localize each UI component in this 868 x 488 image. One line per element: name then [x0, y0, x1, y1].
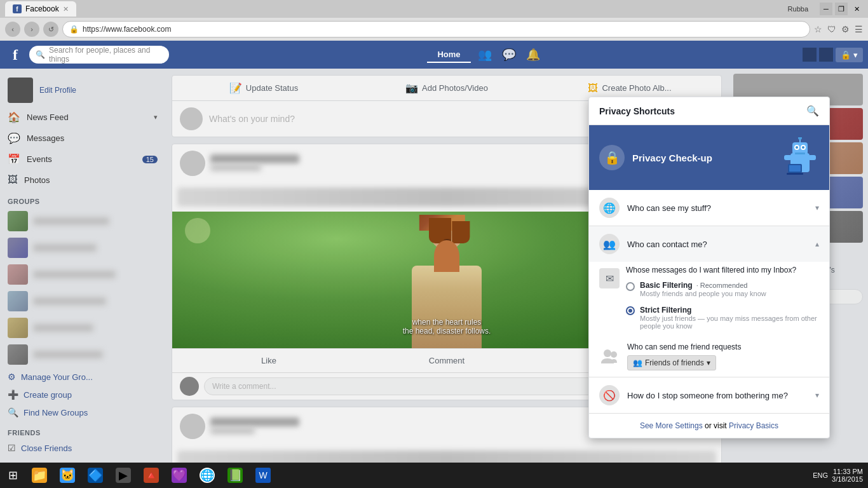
basic-filter-option[interactable]: Basic Filtering · Recommended Mostly fri…: [626, 278, 819, 300]
minimize-button[interactable]: ─: [820, 3, 832, 15]
nav-icon-group: 👥 💬 🔔: [473, 43, 545, 66]
taskbar-app5-icon: 💜: [172, 468, 187, 483]
basic-filter-label: Basic Filtering: [640, 281, 693, 290]
account-square2: [819, 48, 833, 62]
address-bar[interactable]: 🔒 https://www.facebook.com: [62, 21, 810, 37]
taskbar-icon-1[interactable]: 🐱: [53, 463, 81, 488]
taskbar-icon-5[interactable]: 💜: [165, 463, 193, 488]
see-more-settings-link[interactable]: See More Settings: [640, 421, 703, 430]
message-filter-row: ✉ Whose messages do I want filtered into…: [589, 262, 829, 336]
basic-filter-recommended: · Recommended: [696, 281, 748, 289]
taskbar-icon-word[interactable]: W: [249, 463, 277, 488]
back-button[interactable]: ‹: [5, 22, 20, 37]
globe-icon: 🌐: [599, 198, 620, 218]
privacy-section-3: 🚫 How do I stop someone from bothering m…: [589, 377, 829, 414]
contact-icon: 👥: [599, 234, 620, 254]
privacy-basics-link[interactable]: Privacy Basics: [729, 421, 778, 430]
friend-request-label: Who can send me friend requests: [627, 342, 819, 351]
friend-request-content: Who can send me friend requests 👥 Friend…: [627, 342, 819, 370]
friends-of-friends-icon: 👥: [633, 358, 642, 367]
svg-point-14: [604, 349, 611, 357]
friend-request-icon: [599, 346, 620, 367]
stop-someone-label: How do I stop someone from bothering me?: [627, 391, 808, 400]
notifications-nav-icon[interactable]: 🔔: [522, 43, 545, 66]
taskbar-icons: 📁 🐱 🔷 ▶ 🔺 💜 🌐 📗 W: [25, 463, 277, 488]
menu-icon[interactable]: ☰: [855, 24, 863, 34]
footer-or-text: or visit: [705, 421, 729, 430]
privacy-dropdown-header: Privacy Shortcuts 🔍: [589, 97, 829, 125]
privacy-shortcuts-dropdown: Privacy Shortcuts 🔍 🔒 Privacy Check-up: [588, 97, 830, 438]
who-can-contact-row[interactable]: 👥 Who can contact me? ▴: [589, 226, 829, 262]
envelope-icon: ✉: [599, 268, 620, 288]
search-bar[interactable]: 🔍 Search for people, places and things: [29, 46, 169, 64]
taskbar-app3-icon: ▶: [116, 468, 131, 483]
taskbar-icon-file-manager[interactable]: 📁: [25, 463, 53, 488]
window-controls: ─ ❐ ✕: [820, 3, 863, 15]
bookmark-icon[interactable]: ☆: [814, 24, 822, 34]
reload-button[interactable]: ↺: [43, 22, 58, 37]
window-user: Rubba: [783, 5, 813, 13]
stop-someone-row[interactable]: 🚫 How do I stop someone from bothering m…: [589, 377, 829, 413]
friends-icon: 👥: [478, 48, 492, 62]
taskbar-icon-3[interactable]: ▶: [109, 463, 137, 488]
extensions-icon[interactable]: ⚙: [841, 24, 850, 34]
svg-rect-13: [787, 173, 803, 175]
taskbar-icon-2[interactable]: 🔷: [81, 463, 109, 488]
privacy-checkup-banner[interactable]: 🔒 Privacy Check-up: [589, 125, 829, 190]
file-manager-icon: 📁: [32, 468, 47, 483]
search-icon: 🔍: [36, 50, 45, 59]
taskbar-icon-4[interactable]: 🔺: [137, 463, 165, 488]
basic-filter-radio[interactable]: [626, 282, 635, 291]
restore-button[interactable]: ❐: [835, 3, 848, 15]
svg-rect-10: [808, 155, 816, 160]
taskbar-app2-icon: 🔷: [88, 468, 103, 483]
browser-right-icons: ☆ 🛡 ⚙ ☰: [814, 24, 863, 34]
taskbar-icon-chrome[interactable]: 🌐: [193, 463, 221, 488]
browser-title-bar: f Facebook ✕ Rubba ─ ❐ ✕: [0, 0, 868, 18]
section3-arrow: ▾: [815, 391, 819, 400]
svg-point-6: [796, 146, 798, 149]
facebook-logo: f: [5, 44, 25, 65]
start-button[interactable]: ⊞: [0, 463, 25, 488]
nav-right: 🔒 ▾: [803, 48, 863, 62]
taskbar-lang: ENG: [813, 471, 828, 479]
stop-icon: 🚫: [599, 385, 620, 405]
privacy-footer: See More Settings or visit Privacy Basic…: [589, 414, 829, 438]
url-text: https://www.facebook.com: [83, 25, 171, 34]
friends-nav-icon[interactable]: 👥: [473, 43, 496, 66]
privacy-robot-graphic: [781, 135, 819, 180]
who-can-see-label: Who can see my stuff?: [627, 203, 808, 213]
svg-rect-8: [795, 152, 805, 154]
taskbar-icon-6[interactable]: 📗: [221, 463, 249, 488]
svg-point-15: [611, 351, 617, 358]
filter-options: Whose messages do I want filtered into m…: [626, 266, 819, 332]
friends-of-friends-button[interactable]: 👥 Friends of friends ▾: [627, 355, 716, 370]
browser-tab[interactable]: f Facebook ✕: [5, 1, 76, 17]
messages-nav-icon[interactable]: 💬: [498, 43, 520, 66]
close-button[interactable]: ✕: [850, 3, 863, 15]
basic-filter-desc: Mostly friends and people you may know: [640, 290, 766, 297]
forward-button[interactable]: ›: [24, 22, 39, 37]
strict-filter-option[interactable]: Strict Filtering Mostly just friends — y…: [626, 302, 819, 332]
strict-filter-radio-inner: [628, 309, 632, 313]
home-nav-button[interactable]: Home: [427, 47, 470, 63]
friends-of-friends-arrow: ▾: [707, 358, 710, 367]
notifications-icon: 🔔: [526, 48, 540, 62]
main-content: Edit Profile 🏠 News Feed ▾ 💬 Messages 📅 …: [0, 69, 868, 488]
privacy-search-icon[interactable]: 🔍: [806, 105, 819, 117]
section2-arrow: ▴: [815, 240, 819, 248]
taskbar: ⊞ 📁 🐱 🔷 ▶ 🔺 💜 🌐 📗 W ENG 1: [0, 463, 868, 488]
lock-privacy-icon: 🔒: [841, 50, 851, 60]
privacy-lock-icon: 🔒: [599, 145, 625, 170]
shield-icon[interactable]: 🛡: [827, 24, 836, 34]
lock-icon: 🔒: [69, 25, 79, 34]
taskbar-time-display: 11:33 PM 3/18/2015: [832, 468, 863, 483]
tab-close-button[interactable]: ✕: [63, 5, 69, 13]
privacy-checkup-label: Privacy Check-up: [632, 152, 773, 163]
strict-filter-radio[interactable]: [626, 306, 635, 315]
privacy-shortcuts-button[interactable]: 🔒 ▾: [836, 48, 863, 62]
nav-center: Home 👥 💬 🔔: [173, 43, 799, 66]
svg-point-7: [802, 146, 804, 149]
search-placeholder-text: Search for people, places and things: [49, 46, 163, 64]
who-can-see-row[interactable]: 🌐 Who can see my stuff? ▾: [589, 190, 829, 226]
